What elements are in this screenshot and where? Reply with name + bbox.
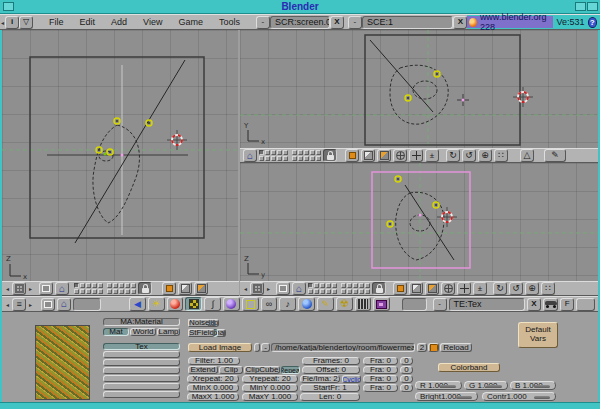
frames-field[interactable]: Frames: 0 (302, 357, 360, 365)
viewport-side[interactable]: Z y (240, 163, 598, 281)
layer-toggle[interactable] (80, 283, 85, 288)
blank-field[interactable] (402, 298, 426, 311)
window-close-button[interactable] (587, 2, 598, 11)
sound-buttons-icon[interactable]: ♪ (279, 297, 296, 311)
layer-toggle[interactable] (283, 150, 288, 155)
menu-game[interactable]: Game (170, 17, 211, 27)
layer-toggle[interactable] (119, 289, 124, 294)
screen-browse-button[interactable]: - (256, 16, 270, 29)
lock-icon[interactable] (323, 149, 337, 162)
info-icon[interactable]: i (5, 16, 19, 29)
slider-b[interactable]: B 1.000 (510, 381, 556, 390)
edit-buttons-icon[interactable] (242, 297, 259, 311)
startfr-field[interactable]: StartFr: 1 (300, 384, 360, 392)
fra-dur-field[interactable]: 0 (400, 375, 413, 383)
layer-toggle[interactable] (332, 283, 337, 288)
load-image-button[interactable]: Load Image (188, 343, 252, 352)
len-field[interactable]: Len: 0 (300, 393, 360, 401)
layer-toggle[interactable] (92, 289, 97, 294)
lock-icon[interactable] (138, 282, 152, 295)
curve-point[interactable] (395, 176, 401, 182)
layer-toggle[interactable] (277, 156, 282, 161)
anim-buttons-icon[interactable]: ∫ (204, 297, 221, 311)
layer-toggle[interactable] (320, 289, 325, 294)
layer-toggle[interactable] (98, 283, 103, 288)
selected-plane-wire[interactable] (372, 172, 470, 268)
layer-toggle[interactable] (125, 289, 130, 294)
layer-toggle[interactable] (326, 289, 331, 294)
layer-toggle[interactable] (332, 289, 337, 294)
layer-toggle[interactable] (125, 283, 130, 288)
default-vars-button[interactable]: Default Vars (518, 322, 558, 348)
edit-pencil-icon[interactable]: ✎ (544, 149, 566, 162)
layer-toggle[interactable] (86, 289, 91, 294)
scene-delete-button[interactable]: X (453, 16, 467, 29)
opt-stfield[interactable]: StField (188, 329, 215, 337)
menu-tools[interactable]: Tools (211, 17, 248, 27)
fullscreen-icon[interactable] (39, 282, 53, 295)
curve-point[interactable] (387, 221, 393, 227)
layer-toggle[interactable] (92, 283, 97, 288)
filter-field[interactable]: Filter: 1.00 (188, 357, 240, 365)
lock-icon[interactable] (372, 282, 386, 295)
fullscreen-icon[interactable] (276, 282, 290, 295)
users-blank-button[interactable] (576, 298, 595, 311)
selected-point[interactable] (104, 153, 107, 156)
texture-channel[interactable] (103, 367, 180, 374)
layer-toggle[interactable] (308, 283, 313, 288)
yrepeat-field[interactable]: Yrepeat: 20 (242, 375, 298, 383)
layer-toggle[interactable] (359, 289, 364, 294)
localview-icon[interactable] (345, 149, 359, 162)
maxy-field[interactable]: MaxY 1.000 (242, 393, 298, 401)
image-pin-button[interactable] (254, 343, 260, 352)
viewport-top[interactable]: Y x (240, 30, 598, 148)
wireframe-icon[interactable] (393, 149, 407, 162)
realtime-buttons-icon[interactable] (298, 297, 315, 311)
texture-channel-active[interactable]: Tex (103, 343, 180, 350)
draw-mode-icon[interactable] (361, 149, 375, 162)
context-lamp-button[interactable]: Lamp (157, 328, 180, 336)
layer-toggle[interactable] (119, 283, 124, 288)
slider-r[interactable]: R 1.000 (415, 381, 462, 390)
layer-toggle[interactable] (292, 150, 297, 155)
curve-point[interactable] (405, 95, 411, 101)
draw-mode-icon[interactable] (409, 282, 423, 295)
image-browse-button[interactable]: - (261, 343, 270, 352)
cursor-3d[interactable] (167, 130, 187, 150)
layer-toggle[interactable] (74, 283, 79, 288)
minx-field[interactable]: MinX 0.000 (187, 384, 239, 392)
miny-field[interactable]: MinY 0.000 (242, 384, 298, 392)
menu-add[interactable]: Add (103, 17, 135, 27)
texture-channel[interactable] (103, 359, 180, 366)
texture-channel[interactable] (103, 383, 180, 390)
context-world-button[interactable]: World (130, 328, 156, 336)
window-type-dropdown-icon[interactable]: ▽ (19, 16, 33, 29)
face-select-icon[interactable]: △ (520, 149, 534, 162)
scene-browse-button[interactable]: - (348, 16, 362, 29)
reload-button[interactable]: Reload (440, 343, 472, 352)
menu-file[interactable]: File (41, 17, 72, 27)
layer-toggle[interactable] (314, 283, 319, 288)
layer-toggle[interactable] (316, 150, 321, 155)
texture-channel[interactable] (103, 351, 180, 358)
texture-buttons-icon[interactable] (185, 297, 202, 311)
layer-toggle[interactable] (310, 150, 315, 155)
context-mat-button[interactable]: Mat (103, 328, 129, 336)
layer-toggle[interactable] (314, 289, 319, 294)
viewport-front[interactable]: Z x (2, 30, 238, 281)
scene-name-field[interactable]: SCE:1 (362, 16, 454, 29)
center-view-icon[interactable]: ⊕ (478, 149, 492, 162)
layer-toggle[interactable] (365, 283, 370, 288)
material-link-field[interactable]: MA:Material (103, 318, 180, 326)
fra-field[interactable]: Fra: 0 (363, 357, 398, 365)
layer-toggle[interactable] (347, 289, 352, 294)
cyclic-toggle[interactable]: Cyclic (342, 375, 361, 383)
link-buttons-icon[interactable]: ∞ (261, 297, 278, 311)
radiosity-buttons-icon[interactable]: ☢ (336, 297, 353, 311)
material-buttons-icon[interactable] (167, 297, 184, 311)
menu-edit[interactable]: Edit (72, 17, 104, 27)
layer-toggle[interactable] (131, 283, 136, 288)
layer-toggle[interactable] (326, 283, 331, 288)
texture-delete-button[interactable]: X (527, 298, 541, 311)
split-view-icon[interactable]: ∷ (494, 149, 508, 162)
